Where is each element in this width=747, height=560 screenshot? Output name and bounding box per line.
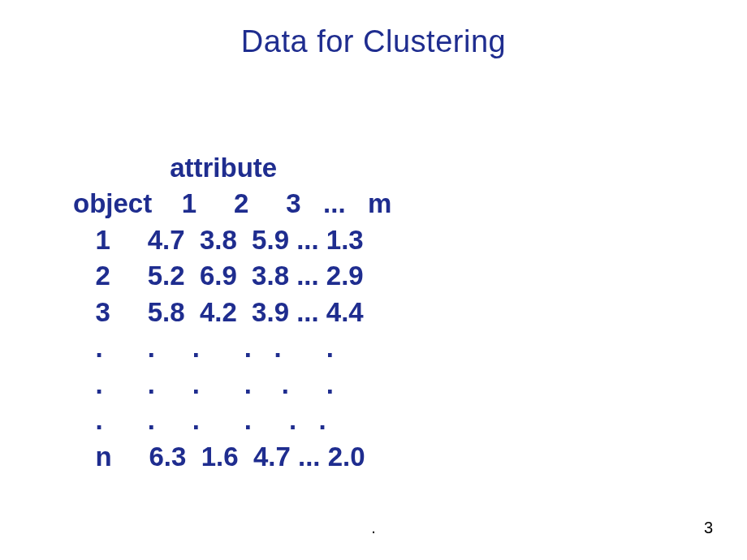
- footer-dot: .: [371, 519, 376, 537]
- attribute-header: attribute: [73, 153, 277, 183]
- data-row: . . . . . .: [73, 369, 334, 399]
- data-matrix-content: attribute object 1 2 3 ... m 1 4.7 3.8 5…: [73, 114, 391, 475]
- data-row: n 6.3 1.6 4.7 ... 2.0: [73, 442, 365, 472]
- page-number: 3: [704, 519, 713, 537]
- data-row: 3 5.8 4.2 3.9 ... 4.4: [73, 297, 364, 327]
- data-row: 1 4.7 3.8 5.9 ... 1.3: [73, 225, 364, 255]
- data-row: . . . . . .: [73, 405, 326, 435]
- column-header: object 1 2 3 ... m: [73, 188, 391, 218]
- slide-title: Data for Clustering: [0, 0, 747, 59]
- data-row: 2 5.2 6.9 3.8 ... 2.9: [73, 261, 364, 291]
- data-row: . . . . . .: [73, 333, 334, 363]
